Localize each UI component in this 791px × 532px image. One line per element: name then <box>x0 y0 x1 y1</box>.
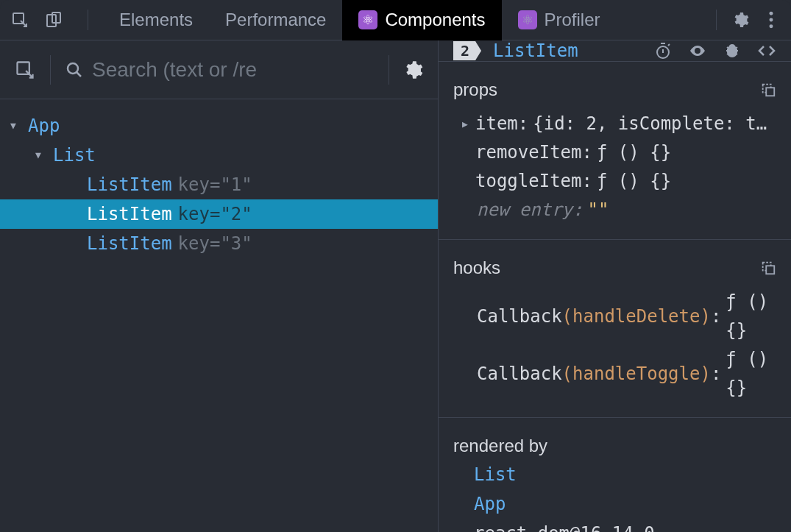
toolbar-right <box>707 10 780 30</box>
svg-point-4 <box>770 18 773 22</box>
section-title: rendered by <box>453 431 776 460</box>
hook-name: handleToggle <box>572 360 700 389</box>
gear-icon[interactable] <box>731 11 749 29</box>
toolbar-divider <box>716 10 717 30</box>
key-attr: key="3" <box>178 229 252 258</box>
copy-icon[interactable] <box>760 82 776 98</box>
divider <box>50 55 51 85</box>
gear-icon[interactable] <box>402 60 423 80</box>
devtools-toolbar: Elements Performance ⚛ Components ⚛ Prof… <box>0 0 791 40</box>
tree-node-listitem[interactable]: ListItemkey="2" <box>0 199 438 229</box>
tab-components[interactable]: ⚛ Components <box>342 0 501 40</box>
prop-value: ƒ () {} <box>597 138 671 167</box>
tab-label: Elements <box>119 10 193 30</box>
section-header: hooks <box>453 253 776 282</box>
props-section: props ▶item:{id: 2, isComplete: t…remove… <box>439 62 791 240</box>
component-name: ListItem <box>87 199 172 229</box>
svg-rect-12 <box>766 266 774 274</box>
section-title: hooks <box>453 253 500 282</box>
tab-label: Components <box>385 10 485 30</box>
key-attr: key="2" <box>178 199 252 229</box>
more-icon[interactable] <box>762 11 780 29</box>
inspect-element-icon[interactable] <box>15 60 35 80</box>
tab-performance[interactable]: Performance <box>209 0 342 40</box>
svg-point-3 <box>770 12 773 15</box>
tab-label: Performance <box>225 10 326 30</box>
new-entry-row[interactable]: new entry: "" <box>453 196 776 224</box>
prop-row[interactable]: toggleItem:ƒ () {} <box>453 167 776 196</box>
svg-point-7 <box>68 63 78 74</box>
new-entry-value: "" <box>588 196 609 224</box>
divider <box>389 55 389 85</box>
prop-row[interactable]: removeItem:ƒ () {} <box>453 138 776 167</box>
tab-label: Profiler <box>545 10 600 30</box>
svg-rect-10 <box>766 88 774 96</box>
prop-value: {id: 2, isComplete: t… <box>533 110 767 138</box>
rendered-by-section: rendered by ListAppreact-dom@16.14.0 <box>439 418 791 532</box>
new-entry-label: new entry: <box>477 196 584 224</box>
hook-row[interactable]: Callback(handleToggle):ƒ () {} <box>453 345 776 402</box>
source-icon[interactable] <box>757 42 776 60</box>
main-content: ▼App▼ListListItemkey="1"ListItemkey="2"L… <box>0 40 791 532</box>
search-icon <box>65 61 83 79</box>
component-name: ListItem <box>87 170 172 199</box>
rendered-by-item[interactable]: App <box>474 489 776 519</box>
svg-point-5 <box>770 24 773 28</box>
detail-header: 2 ListItem <box>439 40 791 62</box>
chevron-down-icon[interactable]: ▼ <box>10 111 24 141</box>
hooks-section: hooks Callback(handleDelete):ƒ () {}Call… <box>439 240 791 418</box>
bug-icon[interactable] <box>723 42 741 60</box>
prop-row[interactable]: ▶item:{id: 2, isComplete: t… <box>453 110 776 138</box>
detail-actions <box>654 42 776 60</box>
copy-icon[interactable] <box>760 260 776 276</box>
expand-icon[interactable]: ▶ <box>462 110 475 138</box>
suspend-icon[interactable] <box>654 42 672 60</box>
rendered-by-item[interactable]: List <box>474 460 776 489</box>
tree-panel: ▼App▼ListListItemkey="1"ListItemkey="2"L… <box>0 40 439 532</box>
toolbar-divider <box>88 10 88 30</box>
search-bar <box>0 40 438 99</box>
search-input[interactable] <box>92 58 375 82</box>
tree-node-list[interactable]: ▼List <box>0 141 438 170</box>
hook-row[interactable]: Callback(handleDelete):ƒ () {} <box>453 288 776 345</box>
rendered-by-item: react-dom@16.14.0 <box>474 519 776 532</box>
section-header: props <box>453 75 776 104</box>
component-name: App <box>28 111 60 141</box>
prop-name: removeItem <box>475 138 582 167</box>
hook-value: ƒ () {} <box>726 345 776 402</box>
key-attr: key="1" <box>178 170 252 199</box>
prop-value: ƒ () {} <box>597 167 671 196</box>
prop-name: toggleItem <box>475 167 582 196</box>
tree-node-listitem[interactable]: ListItemkey="1" <box>0 170 438 199</box>
devtools-tabs: Elements Performance ⚛ Components ⚛ Prof… <box>103 0 617 40</box>
eye-icon[interactable] <box>688 42 707 60</box>
component-name: List <box>53 141 96 170</box>
tab-elements[interactable]: Elements <box>103 0 209 40</box>
prop-name: item <box>475 110 518 138</box>
device-icon[interactable] <box>45 11 63 29</box>
atom-icon: ⚛ <box>518 10 537 29</box>
toolbar-left <box>11 10 97 30</box>
component-name: ListItem <box>493 40 578 61</box>
hook-callback: Callback <box>477 360 562 389</box>
detail-panel: 2 ListItem props <box>439 40 791 532</box>
hook-value: ƒ () {} <box>726 288 776 345</box>
tree-node-app[interactable]: ▼App <box>0 111 438 141</box>
hook-callback: Callback <box>477 302 562 331</box>
component-name: ListItem <box>87 229 172 258</box>
tree-node-listitem[interactable]: ListItemkey="3" <box>0 229 438 258</box>
atom-icon: ⚛ <box>358 10 377 29</box>
hook-name: handleDelete <box>572 302 700 331</box>
component-tree: ▼App▼ListListItemkey="1"ListItemkey="2"L… <box>0 99 438 270</box>
chevron-down-icon[interactable]: ▼ <box>35 141 49 170</box>
section-title: props <box>453 75 497 104</box>
render-count-badge: 2 <box>453 41 481 60</box>
inspect-icon[interactable] <box>11 11 29 29</box>
tab-profiler[interactable]: ⚛ Profiler <box>502 0 617 40</box>
